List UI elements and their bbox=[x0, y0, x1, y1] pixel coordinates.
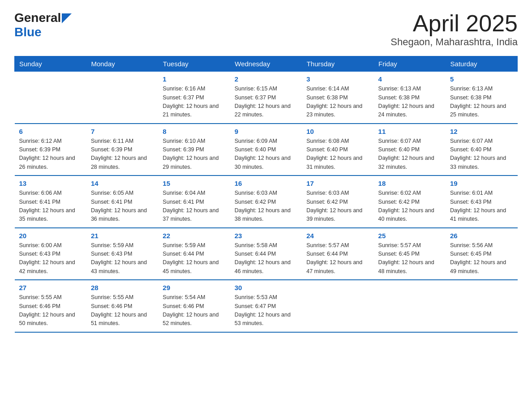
day-info: Sunrise: 6:11 AMSunset: 6:39 PMDaylight:… bbox=[91, 137, 154, 172]
day-info: Sunrise: 6:02 AMSunset: 6:42 PMDaylight:… bbox=[378, 189, 441, 224]
day-info: Sunrise: 5:55 AMSunset: 6:46 PMDaylight:… bbox=[91, 293, 154, 328]
calendar-day-header: Wednesday bbox=[230, 56, 302, 72]
day-number: 25 bbox=[378, 232, 441, 240]
day-info: Sunrise: 6:09 AMSunset: 6:40 PMDaylight:… bbox=[235, 137, 297, 172]
logo-general: General bbox=[14, 11, 61, 25]
title-block: April 2025 Shegaon, Maharashtra, India bbox=[390, 11, 518, 48]
calendar-day-cell: 2Sunrise: 6:15 AMSunset: 6:37 PMDaylight… bbox=[230, 72, 302, 124]
calendar-day-cell bbox=[15, 72, 86, 124]
day-info: Sunrise: 6:04 AMSunset: 6:41 PMDaylight:… bbox=[163, 189, 225, 224]
day-number: 30 bbox=[235, 284, 297, 291]
day-info: Sunrise: 6:00 AMSunset: 6:43 PMDaylight:… bbox=[19, 241, 82, 276]
calendar-day-cell bbox=[302, 280, 373, 332]
day-number: 27 bbox=[19, 284, 82, 291]
day-info: Sunrise: 6:06 AMSunset: 6:41 PMDaylight:… bbox=[19, 189, 82, 224]
calendar-day-cell: 15Sunrise: 6:04 AMSunset: 6:41 PMDayligh… bbox=[158, 176, 230, 228]
calendar-header-row: SundayMondayTuesdayWednesdayThursdayFrid… bbox=[15, 56, 518, 72]
day-number: 13 bbox=[19, 180, 82, 187]
calendar-week-row: 20Sunrise: 6:00 AMSunset: 6:43 PMDayligh… bbox=[15, 228, 518, 280]
day-number: 14 bbox=[91, 180, 154, 187]
calendar-day-cell: 8Sunrise: 6:10 AMSunset: 6:39 PMDaylight… bbox=[158, 124, 230, 176]
logo-blue: Blue bbox=[14, 25, 42, 39]
day-number: 3 bbox=[306, 75, 369, 83]
calendar-week-row: 13Sunrise: 6:06 AMSunset: 6:41 PMDayligh… bbox=[15, 176, 518, 228]
calendar-week-row: 1Sunrise: 6:16 AMSunset: 6:37 PMDaylight… bbox=[15, 72, 518, 124]
calendar-day-cell: 29Sunrise: 5:54 AMSunset: 6:46 PMDayligh… bbox=[158, 280, 230, 332]
day-number: 28 bbox=[91, 284, 154, 291]
day-info: Sunrise: 5:58 AMSunset: 6:44 PMDaylight:… bbox=[235, 241, 297, 276]
calendar-day-cell: 3Sunrise: 6:14 AMSunset: 6:38 PMDaylight… bbox=[302, 72, 373, 124]
day-info: Sunrise: 6:10 AMSunset: 6:39 PMDaylight:… bbox=[163, 137, 225, 172]
calendar-day-cell: 7Sunrise: 6:11 AMSunset: 6:39 PMDaylight… bbox=[86, 124, 158, 176]
calendar-day-header: Thursday bbox=[302, 56, 373, 72]
day-info: Sunrise: 5:59 AMSunset: 6:43 PMDaylight:… bbox=[91, 241, 154, 276]
calendar-day-cell: 23Sunrise: 5:58 AMSunset: 6:44 PMDayligh… bbox=[230, 228, 302, 280]
day-number: 5 bbox=[450, 75, 513, 83]
day-number: 11 bbox=[378, 128, 441, 135]
calendar-day-cell: 25Sunrise: 5:57 AMSunset: 6:45 PMDayligh… bbox=[374, 228, 446, 280]
calendar-week-row: 27Sunrise: 5:55 AMSunset: 6:46 PMDayligh… bbox=[15, 280, 518, 332]
day-info: Sunrise: 6:13 AMSunset: 6:38 PMDaylight:… bbox=[378, 85, 441, 120]
calendar-day-cell: 5Sunrise: 6:13 AMSunset: 6:38 PMDaylight… bbox=[446, 72, 517, 124]
calendar-day-cell: 1Sunrise: 6:16 AMSunset: 6:37 PMDaylight… bbox=[158, 72, 230, 124]
svg-marker-0 bbox=[62, 13, 72, 23]
day-info: Sunrise: 6:07 AMSunset: 6:40 PMDaylight:… bbox=[450, 137, 513, 172]
day-info: Sunrise: 6:14 AMSunset: 6:38 PMDaylight:… bbox=[306, 85, 369, 120]
day-number: 1 bbox=[163, 75, 225, 83]
calendar-day-cell: 21Sunrise: 5:59 AMSunset: 6:43 PMDayligh… bbox=[86, 228, 158, 280]
calendar-day-header: Tuesday bbox=[158, 56, 230, 72]
day-info: Sunrise: 6:03 AMSunset: 6:42 PMDaylight:… bbox=[306, 189, 369, 224]
day-number: 29 bbox=[163, 284, 225, 291]
day-number: 4 bbox=[378, 75, 441, 83]
calendar-day-cell: 24Sunrise: 5:57 AMSunset: 6:44 PMDayligh… bbox=[302, 228, 373, 280]
calendar-day-cell: 4Sunrise: 6:13 AMSunset: 6:38 PMDaylight… bbox=[374, 72, 446, 124]
calendar-day-cell: 30Sunrise: 5:53 AMSunset: 6:47 PMDayligh… bbox=[230, 280, 302, 332]
day-info: Sunrise: 5:56 AMSunset: 6:45 PMDaylight:… bbox=[450, 241, 513, 276]
day-number: 24 bbox=[306, 232, 369, 240]
calendar-day-cell: 20Sunrise: 6:00 AMSunset: 6:43 PMDayligh… bbox=[15, 228, 86, 280]
calendar-day-cell: 26Sunrise: 5:56 AMSunset: 6:45 PMDayligh… bbox=[446, 228, 517, 280]
day-number: 12 bbox=[450, 128, 513, 135]
day-number: 18 bbox=[378, 180, 441, 187]
calendar-day-cell: 10Sunrise: 6:08 AMSunset: 6:40 PMDayligh… bbox=[302, 124, 373, 176]
day-info: Sunrise: 6:07 AMSunset: 6:40 PMDaylight:… bbox=[378, 137, 441, 172]
calendar-day-cell: 6Sunrise: 6:12 AMSunset: 6:39 PMDaylight… bbox=[15, 124, 86, 176]
day-info: Sunrise: 5:57 AMSunset: 6:44 PMDaylight:… bbox=[306, 241, 369, 276]
calendar-day-cell bbox=[374, 280, 446, 332]
calendar-table: SundayMondayTuesdayWednesdayThursdayFrid… bbox=[14, 56, 518, 333]
day-info: Sunrise: 5:57 AMSunset: 6:45 PMDaylight:… bbox=[378, 241, 441, 276]
calendar-day-cell: 19Sunrise: 6:01 AMSunset: 6:43 PMDayligh… bbox=[446, 176, 517, 228]
day-number: 7 bbox=[91, 128, 154, 135]
day-number: 17 bbox=[306, 180, 369, 187]
day-number: 22 bbox=[163, 232, 225, 240]
day-number: 26 bbox=[450, 232, 513, 240]
calendar-day-cell: 11Sunrise: 6:07 AMSunset: 6:40 PMDayligh… bbox=[374, 124, 446, 176]
day-number: 15 bbox=[163, 180, 225, 187]
calendar-day-cell: 27Sunrise: 5:55 AMSunset: 6:46 PMDayligh… bbox=[15, 280, 86, 332]
day-info: Sunrise: 5:54 AMSunset: 6:46 PMDaylight:… bbox=[163, 293, 225, 328]
page-subtitle: Shegaon, Maharashtra, India bbox=[390, 36, 518, 48]
logo: General Blue bbox=[14, 11, 72, 39]
calendar-day-cell: 18Sunrise: 6:02 AMSunset: 6:42 PMDayligh… bbox=[374, 176, 446, 228]
header: General Blue April 2025 Shegaon, Maharas… bbox=[14, 11, 518, 48]
day-info: Sunrise: 5:53 AMSunset: 6:47 PMDaylight:… bbox=[235, 293, 297, 328]
day-info: Sunrise: 6:16 AMSunset: 6:37 PMDaylight:… bbox=[163, 85, 225, 120]
calendar-day-header: Saturday bbox=[446, 56, 517, 72]
day-info: Sunrise: 6:01 AMSunset: 6:43 PMDaylight:… bbox=[450, 189, 513, 224]
calendar-day-cell: 16Sunrise: 6:03 AMSunset: 6:42 PMDayligh… bbox=[230, 176, 302, 228]
day-number: 8 bbox=[163, 128, 225, 135]
calendar-day-cell: 12Sunrise: 6:07 AMSunset: 6:40 PMDayligh… bbox=[446, 124, 517, 176]
logo-triangle-icon bbox=[62, 13, 72, 23]
calendar-day-cell: 14Sunrise: 6:05 AMSunset: 6:41 PMDayligh… bbox=[86, 176, 158, 228]
calendar-day-cell: 9Sunrise: 6:09 AMSunset: 6:40 PMDaylight… bbox=[230, 124, 302, 176]
calendar-day-header: Monday bbox=[86, 56, 158, 72]
day-info: Sunrise: 6:05 AMSunset: 6:41 PMDaylight:… bbox=[91, 189, 154, 224]
calendar-day-cell: 28Sunrise: 5:55 AMSunset: 6:46 PMDayligh… bbox=[86, 280, 158, 332]
calendar-day-cell: 22Sunrise: 5:59 AMSunset: 6:44 PMDayligh… bbox=[158, 228, 230, 280]
day-number: 23 bbox=[235, 232, 297, 240]
day-number: 16 bbox=[235, 180, 297, 187]
day-info: Sunrise: 6:03 AMSunset: 6:42 PMDaylight:… bbox=[235, 189, 297, 224]
day-number: 20 bbox=[19, 232, 82, 240]
day-info: Sunrise: 5:55 AMSunset: 6:46 PMDaylight:… bbox=[19, 293, 82, 328]
day-number: 9 bbox=[235, 128, 297, 135]
